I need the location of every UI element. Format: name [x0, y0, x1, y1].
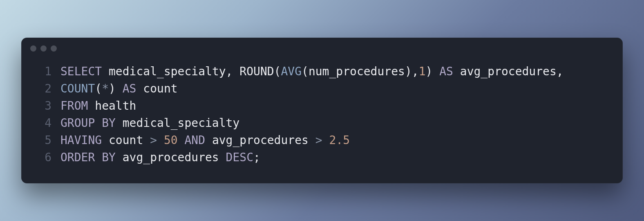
code-token: health [95, 99, 136, 113]
line-number: 5 [21, 132, 60, 149]
code-token: DESC [226, 151, 253, 164]
code-token: AS [439, 65, 453, 78]
code-line: 5HAVING count > 50 AND avg_procedures > … [21, 132, 623, 149]
code-token [178, 133, 185, 147]
code-token: avg_procedures [212, 133, 309, 147]
code-token [309, 133, 315, 147]
window-titlebar [21, 38, 623, 59]
code-token: medical_specialty, [109, 65, 233, 78]
code-token [205, 133, 212, 147]
line-number: 6 [21, 149, 60, 166]
code-line: 4GROUP BY medical_specialty [21, 115, 623, 132]
code-window: 1SELECT medical_specialty, ROUND(AVG(num… [21, 38, 623, 183]
code-line: 6ORDER BY avg_procedures DESC; [21, 149, 623, 166]
traffic-light-zoom-icon[interactable] [51, 45, 57, 52]
code-token: ( [95, 82, 102, 95]
code-token [88, 99, 95, 113]
code-token: count [143, 82, 177, 95]
code-token: AVG [281, 65, 302, 78]
code-token: HAVING [60, 133, 102, 147]
code-line-content: FROM health [60, 97, 136, 115]
code-block: 1SELECT medical_specialty, ROUND(AVG(num… [21, 59, 623, 183]
code-token: ORDER BY [60, 151, 116, 164]
code-token [143, 133, 150, 147]
code-token: avg_procedures [123, 151, 219, 164]
code-token: 2.5 [329, 133, 350, 147]
line-number: 1 [21, 63, 60, 80]
code-line: 2COUNT(*) AS count [21, 80, 623, 97]
code-token: AS [123, 82, 136, 95]
code-token [136, 82, 143, 95]
code-token: GROUP BY [60, 116, 116, 130]
code-token [116, 151, 123, 164]
code-token: ) [109, 82, 116, 95]
code-token: * [102, 82, 109, 95]
code-line-content: SELECT medical_specialty, ROUND(AVG(num_… [60, 63, 564, 80]
code-line-content: HAVING count > 50 AND avg_procedures > 2… [60, 132, 350, 149]
line-number: 3 [21, 97, 60, 115]
traffic-light-minimize-icon[interactable] [40, 45, 47, 52]
line-number: 4 [21, 115, 60, 132]
code-token: SELECT [60, 65, 102, 78]
code-token: count [109, 133, 143, 147]
code-token: COUNT [60, 82, 95, 95]
code-line: 1SELECT medical_specialty, ROUND(AVG(num… [21, 63, 623, 80]
code-token [219, 151, 226, 164]
code-token: avg_procedures, [460, 65, 564, 78]
code-token: ROUND [239, 65, 274, 78]
code-token: AND [184, 133, 205, 147]
code-token: ; [253, 151, 260, 164]
code-token [102, 65, 109, 78]
code-token [102, 133, 109, 147]
code-line-content: COUNT(*) AS count [60, 80, 178, 97]
code-token: (num_procedures), [302, 65, 419, 78]
code-token: ( [274, 65, 281, 78]
code-token [233, 65, 239, 78]
code-token: FROM [60, 99, 88, 113]
code-token [432, 65, 439, 78]
code-token: 50 [164, 133, 178, 147]
code-token [116, 82, 123, 95]
line-number: 2 [21, 80, 60, 97]
code-token: medical_specialty [123, 116, 240, 130]
code-line-content: GROUP BY medical_specialty [60, 115, 239, 132]
code-token: ) [425, 65, 432, 78]
code-token: 1 [419, 65, 426, 78]
code-line: 3FROM health [21, 97, 623, 115]
code-line-content: ORDER BY avg_procedures DESC; [60, 149, 260, 166]
code-token: > [315, 133, 322, 147]
code-token [322, 133, 329, 147]
traffic-light-close-icon[interactable] [30, 45, 36, 52]
code-token [116, 116, 123, 130]
code-token: > [150, 133, 157, 147]
code-token [453, 65, 460, 78]
code-token [157, 133, 164, 147]
